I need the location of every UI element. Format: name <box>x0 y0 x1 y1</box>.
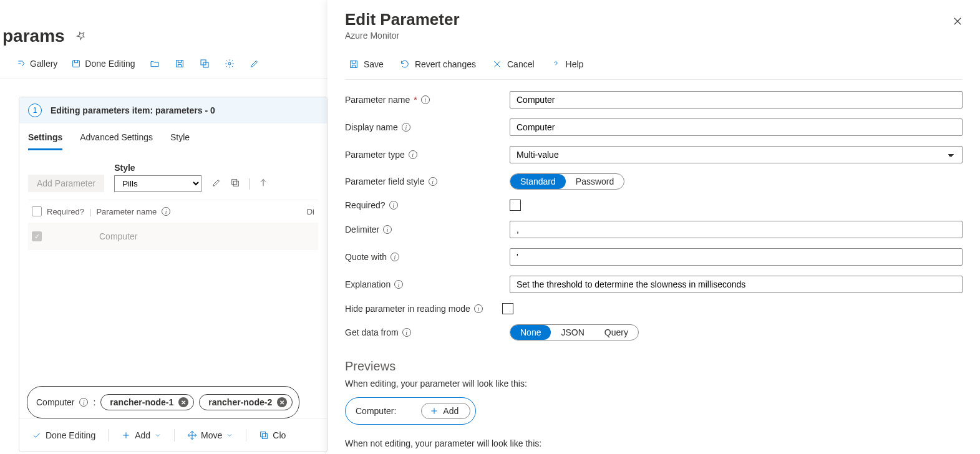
explanation-input[interactable] <box>510 276 963 293</box>
add-parameter-button[interactable]: Add Parameter <box>28 175 104 192</box>
param-name-input[interactable] <box>510 91 963 109</box>
tab-settings[interactable]: Settings <box>28 132 62 150</box>
save-icon[interactable] <box>170 59 189 69</box>
style-select[interactable]: Pills <box>114 175 201 192</box>
edit-row-icon[interactable] <box>211 178 221 190</box>
panel-cancel-button[interactable]: Cancel <box>488 57 538 72</box>
tab-style[interactable]: Style <box>170 132 190 150</box>
page-header: params <box>0 0 327 51</box>
computer-pill-group[interactable]: Computer i: rancher-node-1 ✕ rancher-nod… <box>27 386 299 418</box>
editor-tabs: Settings Advanced Settings Style <box>19 123 327 150</box>
row-checkbox[interactable] <box>32 231 42 241</box>
previews-heading: Previews <box>345 359 963 374</box>
col-param-name: Parameter name <box>96 207 157 216</box>
panel-revert-button[interactable]: Revert changes <box>396 57 480 72</box>
label-param-name: Parameter name <box>345 95 410 105</box>
display-name-input[interactable] <box>510 118 963 136</box>
settings-gear-icon[interactable] <box>220 59 239 69</box>
label-delimiter: Delimiter <box>345 225 379 234</box>
svg-rect-5 <box>234 181 239 186</box>
close-panel-button[interactable] <box>949 12 966 30</box>
label-display-name: Display name <box>345 122 398 132</box>
pin-icon[interactable] <box>76 31 86 42</box>
required-asterisk: * <box>414 95 417 105</box>
workbook-page: params Gallery Done Editing 1 Editing pa… <box>0 0 327 454</box>
info-icon[interactable]: i <box>429 177 437 186</box>
label-get-data: Get data from <box>345 327 399 337</box>
field-style-standard[interactable]: Standard <box>510 174 566 189</box>
info-icon[interactable]: i <box>79 398 88 407</box>
row-param-name-input[interactable] <box>97 230 234 243</box>
done-editing-label: Done Editing <box>85 59 135 69</box>
pill-rancher-node-1[interactable]: rancher-node-1 ✕ <box>100 394 194 410</box>
style-label: Style <box>114 163 201 173</box>
footer-add[interactable]: Add <box>116 428 167 443</box>
hide-checkbox[interactable] <box>502 303 513 314</box>
edit-pencil-icon[interactable] <box>245 59 264 69</box>
panel-save-button[interactable]: Save <box>345 57 387 72</box>
info-icon[interactable]: i <box>421 95 430 104</box>
get-data-query[interactable]: Query <box>594 325 638 340</box>
gallery-label: Gallery <box>30 59 57 69</box>
delimiter-input[interactable] <box>510 221 963 238</box>
info-icon[interactable]: i <box>383 225 392 234</box>
label-explanation: Explanation <box>345 279 391 289</box>
tab-advanced-settings[interactable]: Advanced Settings <box>80 132 153 150</box>
preview-add-button[interactable]: Add <box>421 403 470 419</box>
label-required: Required? <box>345 200 386 210</box>
required-checkbox[interactable] <box>510 200 521 211</box>
editor-header: 1 Editing parameters item: parameters - … <box>19 97 327 123</box>
quote-input[interactable] <box>510 248 963 266</box>
get-data-none[interactable]: None <box>510 325 551 340</box>
copy-row-icon[interactable] <box>230 178 240 190</box>
svg-rect-0 <box>73 60 80 67</box>
svg-rect-7 <box>263 433 268 438</box>
remove-pill-icon[interactable]: ✕ <box>277 397 287 407</box>
info-icon[interactable]: i <box>402 123 410 132</box>
info-icon[interactable]: i <box>409 150 417 159</box>
editor-heading: Editing parameters item: parameters - 0 <box>51 105 215 115</box>
field-style-segmented: Standard Password <box>510 173 624 190</box>
svg-rect-8 <box>261 432 266 437</box>
open-icon[interactable] <box>145 59 164 69</box>
info-icon[interactable]: i <box>474 304 483 313</box>
info-icon[interactable]: i <box>162 207 170 216</box>
footer-clone[interactable]: Clo <box>254 428 291 443</box>
svg-point-4 <box>228 62 231 65</box>
label-param-type: Parameter type <box>345 150 405 160</box>
field-style-password[interactable]: Password <box>566 174 624 189</box>
svg-rect-1 <box>176 60 183 67</box>
preview-pill-label: Computer: <box>356 406 396 416</box>
info-icon[interactable]: i <box>402 328 411 337</box>
param-row[interactable] <box>28 223 318 250</box>
panel-help-button[interactable]: Help <box>547 57 588 72</box>
label-hide: Hide parameter in reading mode <box>345 304 470 314</box>
col-di: Di <box>307 207 314 216</box>
pill-group-label: Computer <box>34 397 74 407</box>
preview-readonly-hint: When not editing, your parameter will lo… <box>345 438 963 448</box>
move-up-icon[interactable] <box>258 178 268 190</box>
remove-pill-icon[interactable]: ✕ <box>178 397 188 407</box>
pill-rancher-node-2[interactable]: rancher-node-2 ✕ <box>199 394 293 410</box>
get-data-segmented: None JSON Query <box>510 324 639 340</box>
info-icon[interactable]: i <box>389 201 398 210</box>
info-icon[interactable]: i <box>391 253 399 261</box>
get-data-json[interactable]: JSON <box>551 325 594 340</box>
save-as-icon[interactable] <box>195 59 214 69</box>
svg-rect-6 <box>232 180 237 185</box>
separator <box>249 178 250 190</box>
footer-move[interactable]: Move <box>182 428 238 443</box>
header-checkbox[interactable] <box>32 206 42 216</box>
param-type-select[interactable]: Multi-value <box>510 146 963 163</box>
label-quote: Quote with <box>345 252 387 262</box>
footer-done-editing[interactable]: Done Editing <box>27 428 100 443</box>
panel-title: Edit Parameter <box>345 10 963 29</box>
svg-rect-9 <box>351 61 357 68</box>
preview-pill[interactable]: Computer: Add <box>345 397 476 425</box>
col-required: Required? <box>47 207 84 216</box>
panel-toolbar: Save Revert changes Cancel Help <box>345 52 963 80</box>
gallery-button[interactable]: Gallery <box>12 56 61 71</box>
preview-editing-hint: When editing, your parameter will look l… <box>345 379 963 389</box>
done-editing-button[interactable]: Done Editing <box>67 56 138 71</box>
info-icon[interactable]: i <box>394 280 403 289</box>
